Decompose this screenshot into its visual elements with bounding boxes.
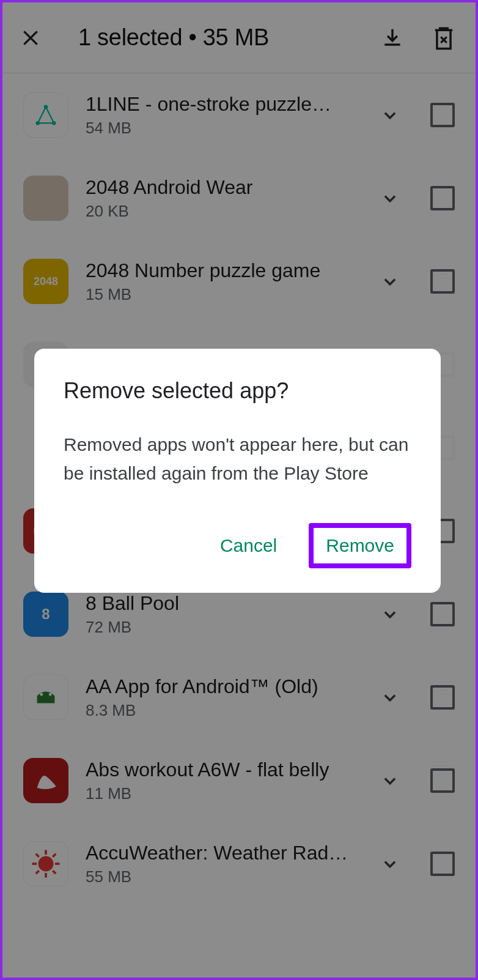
expand-toggle[interactable] xyxy=(377,185,403,212)
download-icon xyxy=(381,26,404,50)
app-name: 2048 Number puzzle game xyxy=(86,259,359,282)
expand-toggle[interactable] xyxy=(377,268,403,295)
svg-line-10 xyxy=(36,854,39,857)
chevron-down-icon xyxy=(381,855,399,872)
app-size: 8.3 MB xyxy=(86,701,359,720)
list-item[interactable]: Abs workout A6W - flat belly 11 MB xyxy=(17,739,461,822)
select-checkbox[interactable] xyxy=(430,768,455,793)
chevron-down-icon xyxy=(381,689,399,706)
expand-toggle[interactable] xyxy=(377,850,403,877)
list-item[interactable]: 1LINE - one-stroke puzzle… 54 MB xyxy=(17,73,461,157)
expand-toggle[interactable] xyxy=(377,767,403,794)
close-button[interactable] xyxy=(20,27,42,49)
app-size: 20 KB xyxy=(86,202,359,221)
app-size: 11 MB xyxy=(86,784,359,803)
chevron-down-icon xyxy=(381,190,399,207)
app-icon: 2048 xyxy=(23,259,68,304)
app-name: 2048 Android Wear xyxy=(86,176,359,199)
close-icon xyxy=(21,28,40,48)
trash-remove-icon xyxy=(432,25,455,51)
dialog-title: Remove selected app? xyxy=(64,378,411,404)
expand-toggle[interactable] xyxy=(377,601,403,628)
select-checkbox[interactable] xyxy=(430,269,455,294)
select-checkbox[interactable] xyxy=(430,186,455,210)
app-name: Abs workout A6W - flat belly xyxy=(86,759,359,781)
app-size: 72 MB xyxy=(86,618,359,637)
list-item[interactable]: AccuWeather: Weather Rad… 55 MB xyxy=(17,822,461,905)
app-name: AA App for Android™ (Old) xyxy=(86,675,359,698)
app-icon xyxy=(23,841,68,886)
app-name: AccuWeather: Weather Rad… xyxy=(86,842,359,864)
selection-title: 1 selected • 35 MB xyxy=(78,24,269,51)
chevron-down-icon xyxy=(381,772,399,789)
svg-point-2 xyxy=(52,121,56,125)
topbar: 1 selected • 35 MB xyxy=(2,2,476,73)
svg-point-4 xyxy=(49,693,52,696)
highlight-annotation: Remove xyxy=(309,523,411,568)
app-name: 1LINE - one-stroke puzzle… xyxy=(86,93,359,116)
list-item[interactable]: 2048 2048 Number puzzle game 15 MB xyxy=(17,240,461,323)
svg-point-1 xyxy=(44,105,48,110)
select-checkbox[interactable] xyxy=(430,685,455,710)
svg-point-0 xyxy=(36,121,40,125)
svg-line-13 xyxy=(36,870,39,874)
list-item[interactable]: 2048 Android Wear 20 KB xyxy=(17,157,461,240)
app-name: 8 Ball Pool xyxy=(86,592,359,615)
confirm-dialog: Remove selected app? Removed apps won't … xyxy=(34,349,441,593)
svg-line-12 xyxy=(53,854,56,857)
app-size: 55 MB xyxy=(86,867,359,886)
app-icon xyxy=(23,92,68,138)
download-button[interactable] xyxy=(378,23,407,53)
app-icon: 8 xyxy=(23,592,68,637)
select-checkbox[interactable] xyxy=(430,852,455,876)
app-icon xyxy=(23,758,68,803)
sun-icon xyxy=(31,848,61,879)
app-icon xyxy=(23,176,68,221)
svg-point-5 xyxy=(39,856,54,872)
select-checkbox[interactable] xyxy=(430,103,455,127)
svg-line-11 xyxy=(53,870,56,874)
list-item[interactable]: AA App for Android™ (Old) 8.3 MB xyxy=(17,656,461,739)
svg-point-3 xyxy=(40,693,43,696)
app-size: 15 MB xyxy=(86,285,359,304)
delete-button[interactable] xyxy=(429,23,458,53)
remove-button[interactable]: Remove xyxy=(326,535,394,556)
chevron-down-icon xyxy=(381,106,399,124)
expand-toggle[interactable] xyxy=(377,684,403,711)
chevron-down-icon xyxy=(381,606,399,623)
chevron-down-icon xyxy=(381,273,399,290)
expand-toggle[interactable] xyxy=(377,102,403,128)
cancel-button[interactable]: Cancel xyxy=(207,527,290,565)
app-icon xyxy=(23,675,68,720)
select-checkbox[interactable] xyxy=(430,602,455,626)
dialog-message: Removed apps won't appear here, but can … xyxy=(64,431,411,488)
app-size: 54 MB xyxy=(86,119,359,138)
